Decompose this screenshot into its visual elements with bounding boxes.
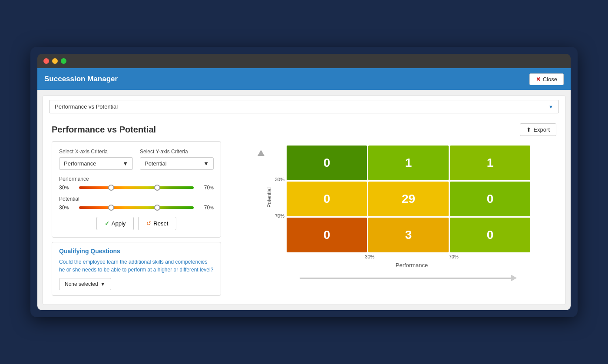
x-axis-label: Performance (275, 262, 533, 268)
cell-2-1[interactable]: 3 (368, 218, 449, 252)
y-tick-labels: 70% 30% (275, 146, 287, 250)
x-axis-line (300, 278, 511, 279)
close-icon: ✕ (536, 76, 541, 83)
export-button[interactable]: ⬆ Export (520, 123, 556, 136)
export-icon: ⬆ (526, 126, 531, 133)
none-selected-button[interactable]: None selected ▼ (59, 278, 111, 290)
cell-2-2[interactable]: 0 (450, 218, 530, 252)
y-axis-value: Potential (145, 160, 167, 167)
potential-slider-row: 30% 70% (59, 205, 214, 211)
y-tick-70: 70% (275, 213, 284, 218)
dot-red[interactable] (43, 58, 49, 64)
page-title: Performance vs Potential (52, 125, 156, 135)
x-axis-arrow-icon: ▼ (122, 160, 128, 167)
potential-slider-section: Potential 30% 70% (59, 196, 214, 211)
right-panel: Potential 70% 30% (234, 141, 556, 281)
performance-slider-section: Performance 30% 70% (59, 176, 214, 191)
potential-left-val: 30% (59, 205, 76, 211)
potential-right-val: 70% (197, 205, 214, 211)
reset-label: Reset (153, 220, 168, 227)
action-buttons: ✓ Apply ↺ Reset (59, 217, 214, 230)
y-axis-arrow-icon: ▼ (203, 160, 209, 167)
x-arrow-row (300, 275, 517, 281)
potential-slider-label: Potential (59, 196, 214, 202)
refresh-icon: ↺ (146, 220, 151, 227)
criteria-row: Select X-axis Criteria Performance ▼ Sel… (59, 149, 214, 170)
qualifying-title: Qualifying Questions (59, 248, 214, 255)
performance-grid: 0 1 1 0 29 0 0 3 0 (287, 146, 530, 252)
y-axis-label: Select Y-axis Criteria (140, 149, 214, 155)
apply-button[interactable]: ✓ Apply (96, 217, 134, 230)
x-axis-dropdown[interactable]: Performance ▼ (59, 157, 133, 170)
apply-label: Apply (112, 220, 126, 227)
export-label: Export (533, 126, 550, 133)
performance-left-val: 30% (59, 185, 76, 191)
page-header: Performance vs Potential ⬆ Export (43, 118, 565, 141)
view-selector[interactable]: Performance vs Potential ▼ (49, 100, 559, 113)
x-axis-label: Select X-axis Criteria (59, 149, 133, 155)
dropdown-arrow-icon: ▼ (549, 104, 553, 109)
reset-button[interactable]: ↺ Reset (138, 217, 176, 230)
x-tick-70: 70% (449, 254, 459, 259)
view-selector-value: Performance vs Potential (55, 103, 118, 110)
main-body: Select X-axis Criteria Performance ▼ Sel… (43, 141, 565, 296)
browser-chrome (37, 54, 571, 68)
y-tick-30: 30% (275, 177, 284, 182)
dot-green[interactable] (61, 58, 66, 64)
cell-0-2[interactable]: 1 (450, 146, 530, 180)
check-icon: ✓ (105, 220, 109, 227)
performance-slider-label: Performance (59, 176, 214, 182)
dropdown-bar: Performance vs Potential ▼ (43, 96, 565, 118)
cell-0-1[interactable]: 1 (368, 146, 449, 180)
none-selected-label: None selected (65, 281, 98, 287)
y-axis-label: Potential (266, 146, 272, 250)
y-axis-col: Select Y-axis Criteria Potential ▼ (140, 149, 214, 170)
cell-1-0[interactable]: 0 (287, 182, 367, 216)
y-axis-arrow-icon (258, 150, 264, 156)
x-axis-value: Performance (64, 160, 96, 167)
app-header: Succession Manager ✕ Close (37, 68, 571, 90)
criteria-box: Select X-axis Criteria Performance ▼ Sel… (52, 141, 221, 238)
x-axis-col: Select X-axis Criteria Performance ▼ (59, 149, 133, 170)
potential-thumb-left[interactable] (108, 205, 114, 211)
chart-grid-area: 70% 30% 0 1 1 (275, 146, 533, 268)
performance-track[interactable] (79, 186, 194, 189)
performance-thumb-right[interactable] (154, 185, 160, 191)
potential-track[interactable] (79, 206, 194, 209)
close-label: Close (543, 76, 557, 83)
y-axis-dropdown[interactable]: Potential ▼ (140, 157, 214, 170)
close-button[interactable]: ✕ Close (529, 73, 564, 85)
dot-yellow[interactable] (52, 58, 58, 64)
cell-1-1[interactable]: 29 (368, 182, 449, 216)
grid-with-labels: 70% 30% 0 1 1 (275, 146, 533, 252)
performance-slider-row: 30% 70% (59, 185, 214, 191)
x-tick-30: 30% (365, 254, 374, 259)
performance-right-val: 70% (197, 185, 214, 191)
performance-thumb-left[interactable] (108, 185, 114, 191)
app-title: Succession Manager (44, 75, 118, 83)
content-area: Performance vs Potential ▼ Performance v… (43, 95, 565, 305)
cell-1-2[interactable]: 0 (450, 182, 530, 216)
left-panel: Select X-axis Criteria Performance ▼ Sel… (52, 141, 221, 296)
browser-window: Succession Manager ✕ Close Performance v… (30, 47, 578, 317)
qualifying-question: Could the employee learn the additional … (59, 258, 214, 274)
cell-2-0[interactable]: 0 (287, 218, 367, 252)
cell-0-0[interactable]: 0 (287, 146, 367, 180)
app-container: Succession Manager ✕ Close Performance v… (37, 68, 571, 310)
potential-thumb-right[interactable] (154, 205, 160, 211)
none-selected-arrow-icon: ▼ (100, 281, 106, 287)
qualifying-section: Qualifying Questions Could the employee … (52, 242, 221, 296)
x-axis-arrow-icon (511, 275, 517, 281)
